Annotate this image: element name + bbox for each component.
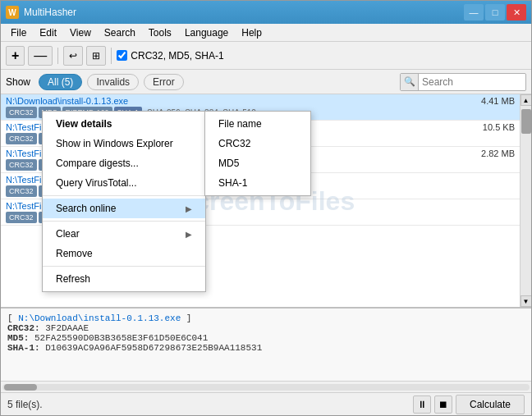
hash-options-label: CRC32, MD5, SHA-1 [131, 50, 223, 62]
cm-search-online[interactable]: Search online ▶ [43, 199, 205, 218]
show-label: Show [6, 76, 30, 88]
filter-all-button[interactable]: All (5) [39, 74, 82, 90]
status-bar: 5 file(s). ⏸ ⏹ Calculate [1, 392, 531, 415]
toolbar-separator-1 [57, 48, 58, 64]
search-box: 🔍 [400, 73, 526, 91]
hash-checkbox-input[interactable] [117, 50, 127, 61]
toolbar-separator-2 [111, 48, 112, 64]
filter-invalids-button[interactable]: Invalids [87, 74, 139, 90]
undo-button[interactable]: ↩ [63, 46, 83, 66]
title-bar: W MultiHasher — □ ✕ [1, 1, 531, 24]
remove-button[interactable]: — [28, 46, 53, 66]
menu-search[interactable]: Search [98, 25, 142, 40]
menu-help[interactable]: Help [235, 25, 268, 40]
menu-language[interactable]: Language [178, 25, 235, 40]
title-bar-left: W MultiHasher [6, 6, 76, 19]
filter-bar: Show All (5) Invalids Error 🔍 [1, 70, 531, 94]
h-scroll-thumb[interactable] [4, 384, 37, 391]
toolbar: + — ↩ ⊞ CRC32, MD5, SHA-1 [1, 42, 531, 70]
filter-error-button[interactable]: Error [144, 74, 184, 90]
pause-button[interactable]: ⏸ [413, 395, 431, 414]
context-menu: View details Show in Windows Explorer Co… [42, 111, 206, 292]
hash-options-checkbox[interactable]: CRC32, MD5, SHA-1 [117, 50, 223, 62]
cm-view-details[interactable]: View details [43, 114, 205, 134]
cm-arrow-search: ▶ [186, 204, 192, 213]
menu-bar: File Edit View Search Tools Language Hel… [1, 24, 531, 42]
cm-arrow-clear: ▶ [186, 230, 192, 239]
cm-separator-1 [43, 195, 205, 196]
context-menu-overlay: View details Show in Windows Explorer Co… [1, 94, 531, 381]
cm-separator-2 [43, 221, 205, 222]
search-input[interactable] [419, 76, 525, 88]
cm-remove[interactable]: Remove [43, 244, 205, 263]
minimize-button[interactable]: — [464, 4, 484, 21]
title-bar-buttons: — □ ✕ [464, 4, 526, 21]
app-icon: W [6, 6, 19, 19]
cm-query-virustotal[interactable]: Query VirusTotal... [43, 173, 205, 193]
main-window: W MultiHasher — □ ✕ File Edit View Searc… [0, 0, 532, 416]
h-scroll-track [2, 384, 530, 391]
cm-refresh[interactable]: Refresh [43, 269, 205, 289]
calculate-button[interactable]: Calculate [456, 395, 525, 414]
status-text: 5 file(s). [7, 399, 413, 410]
menu-file[interactable]: File [4, 25, 33, 40]
search-button[interactable]: 🔍 [401, 74, 419, 90]
settings-button[interactable]: ⊞ [86, 46, 106, 66]
sm-crc32[interactable]: CRC32 [205, 134, 310, 153]
menu-view[interactable]: View [63, 25, 98, 40]
sm-md5[interactable]: MD5 [205, 153, 310, 173]
sm-filename[interactable]: File name [205, 114, 310, 134]
status-buttons: ⏸ ⏹ Calculate [413, 395, 525, 414]
stop-button[interactable]: ⏹ [434, 395, 452, 414]
maximize-button[interactable]: □ [485, 4, 505, 21]
cm-show-explorer[interactable]: Show in Windows Explorer [43, 134, 205, 153]
menu-tools[interactable]: Tools [142, 25, 178, 40]
submenu: File name CRC32 MD5 SHA-1 [204, 111, 311, 196]
menu-edit[interactable]: Edit [33, 25, 63, 40]
window-title: MultiHasher [24, 7, 76, 18]
cm-separator-3 [43, 266, 205, 267]
main-content: N:\Download\install-0.1.13.exe 4.41 MB C… [1, 94, 531, 381]
horizontal-scrollbar [1, 381, 531, 392]
cm-compare-digests[interactable]: Compare digests... [43, 153, 205, 173]
add-button[interactable]: + [6, 46, 25, 66]
sm-sha1[interactable]: SHA-1 [205, 173, 310, 193]
close-button[interactable]: ✕ [507, 4, 526, 21]
cm-clear[interactable]: Clear ▶ [43, 224, 205, 244]
